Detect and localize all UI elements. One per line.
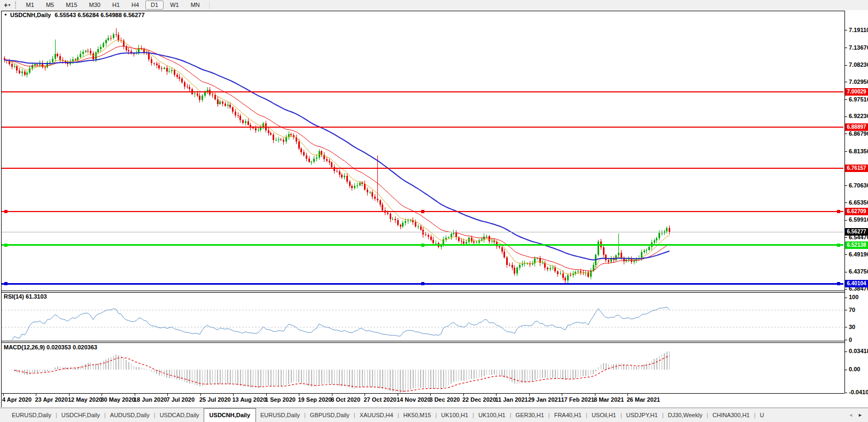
timeframe-button-d1[interactable]: D1 [145, 1, 164, 10]
date-axis-label: 13 Aug 2020 [232, 396, 267, 403]
date-axis-label: 17 Feb 2021 [561, 396, 594, 403]
date-axis-label: 19 Sep 2020 [298, 396, 332, 403]
price-axis-label: 6.81350 [849, 148, 868, 154]
tab-xauusd-h4[interactable]: XAUUSD,H4 [355, 408, 398, 422]
date-axis-label: 25 Jul 2020 [199, 396, 231, 403]
price-axis-label: 6.43750 [849, 268, 868, 275]
rsi-axis-label: 70 [849, 307, 855, 313]
hline-price-tag: 6.88897 [845, 123, 868, 131]
tab-u[interactable]: U [756, 408, 769, 422]
panel-frame [1, 11, 844, 407]
tab-eurusd-daily[interactable]: EURUSD,Daily [7, 408, 56, 422]
toolbar: + ▾ M1M5M15M30H1H4D1W1MN [0, 0, 868, 10]
chart-tabs: EURUSD,Daily|USDCHF,Daily|AUDUSD,Daily|U… [0, 408, 846, 422]
rsi-pane [2, 307, 843, 340]
timeframe-toolbar: M1M5M15M30H1H4D1W1MN [20, 1, 206, 10]
timeframe-button-m30[interactable]: M30 [84, 1, 106, 10]
hline-drag-marker[interactable] [421, 282, 424, 285]
date-axis-label: 4 Apr 2020 [2, 396, 32, 403]
date-axis-label: 29 Jan 2021 [528, 396, 561, 403]
tab-usdcnh-daily[interactable]: USDCNH,Daily [204, 408, 256, 422]
tab-dj30-weekly[interactable]: DJ30,Weekly [664, 408, 707, 422]
rsi-axis-label: 100 [849, 294, 858, 300]
hline-drag-marker[interactable] [421, 210, 424, 213]
tab-scroll-right-icon[interactable]: ► [858, 412, 863, 418]
date-axis-label: 8 Oct 2020 [331, 396, 360, 403]
hline-drag-marker[interactable] [4, 282, 7, 285]
crosshair-tool-icon[interactable]: + [4, 1, 8, 10]
hline-drag-marker[interactable] [837, 282, 840, 285]
toolbar-separator [209, 1, 210, 9]
chart-tab-bar: EURUSD,Daily|USDCHF,Daily|AUDUSD,Daily|U… [0, 408, 868, 422]
date-axis-label: 18 Jun 2020 [134, 396, 167, 403]
hline-drag-marker[interactable] [837, 210, 840, 213]
price-axis-label: 6.65350 [849, 199, 868, 206]
hline-drag-marker[interactable] [837, 244, 840, 247]
price-axis-label: 7.02950 [849, 79, 868, 85]
timeframe-button-w1[interactable]: W1 [165, 1, 184, 10]
tab-scroll-left-icon[interactable]: ◄ [848, 412, 853, 418]
hline-price-tag: 6.76157 [845, 165, 868, 172]
price-axis-label: 6.92230 [849, 113, 868, 119]
tab-gbpusd-daily[interactable]: GBPUSD,Daily [306, 408, 354, 422]
date-axis-label: 12 May 2020 [68, 396, 102, 403]
timeframe-button-h1[interactable]: H1 [107, 1, 125, 10]
date-axis-label: 22 Dec 2020 [462, 396, 496, 403]
tab-uk100-h1[interactable]: UK100,H1 [437, 408, 472, 422]
chart-title: ▼USDCNH,Daily6.55543 6.56284 6.54988 6.5… [4, 12, 145, 18]
hline-price-tag: 7.00029 [845, 88, 868, 96]
price-axis-label: 7.19110 [849, 27, 868, 33]
tab-usdcad-daily[interactable]: USDCAD,Daily [156, 408, 204, 422]
price-axis-label: 6.86790 [849, 130, 868, 137]
tab-usdjpy-h1[interactable]: USDJPY,H1 [622, 408, 662, 422]
timeframe-button-m5[interactable]: M5 [41, 1, 59, 10]
macd-axis-label: -0.041095 [849, 389, 868, 395]
ma-line-50 [4, 53, 670, 260]
macd-axis-label: 0.034184 [849, 348, 868, 354]
tab-usoil-h1[interactable]: USOil,H1 [587, 408, 621, 422]
tab-scroll-arrows: ◄ ► [846, 408, 868, 422]
price-axis-label: 6.59910 [849, 216, 868, 223]
rsi-line [12, 307, 669, 340]
date-axis-label: 3 Dec 2020 [430, 396, 460, 403]
hline-drag-marker[interactable] [421, 244, 424, 247]
moving-average-lines [4, 40, 670, 274]
timeframe-button-mn[interactable]: MN [185, 1, 205, 10]
date-axis-label: 14 Nov 2020 [397, 396, 431, 403]
rsi-axis-label: 0 [849, 337, 852, 343]
tab-china300-h1[interactable]: CHINA300,H1 [708, 408, 754, 422]
hline-drag-marker[interactable] [4, 244, 7, 247]
date-axis-label: 23 Apr 2020 [35, 396, 68, 403]
support-resistance-lines[interactable] [2, 92, 843, 286]
tab-audusd-daily[interactable]: AUDUSD,Daily [106, 408, 154, 422]
tab-hk50-m15[interactable]: HK50,M15 [399, 408, 436, 422]
chart-graphics[interactable] [0, 0, 868, 422]
price-axis-label: 6.49190 [849, 251, 868, 257]
current-price-tag: 6.56277 [845, 228, 868, 236]
chart-symbol-period: USDCNH,Daily [10, 12, 51, 18]
tab-ger30-h1[interactable]: GER30,H1 [511, 408, 548, 422]
date-axis-label: 7 Jul 2020 [167, 396, 195, 403]
ma-line-8 [4, 40, 670, 274]
price-axis-label: 7.13670 [849, 44, 868, 51]
date-axis-label: 11 Jan 2021 [495, 396, 528, 403]
tab-usdchf-daily[interactable]: USDCHF,Daily [57, 408, 104, 422]
tab-fra40-h1[interactable]: FRA40,H1 [550, 408, 586, 422]
timeframe-button-m15[interactable]: M15 [60, 1, 82, 10]
toolbar-grip-handle[interactable] [15, 2, 16, 9]
chart-collapse-caret-icon[interactable]: ▼ [4, 13, 7, 17]
timeframe-button-h4[interactable]: H4 [126, 1, 144, 10]
date-axis-label: 8 Mar 2021 [594, 396, 624, 403]
price-axis-label: 7.08230 [849, 61, 868, 68]
tab-uk100-h1[interactable]: UK100,H1 [474, 408, 510, 422]
hline-price-tag: 6.40104 [845, 280, 868, 287]
macd-pane [10, 351, 670, 393]
macd-axis-label: 0.00 [849, 366, 860, 372]
tool-dropdown-caret-icon[interactable]: ▾ [9, 3, 11, 7]
timeframe-button-m1[interactable]: M1 [21, 1, 40, 10]
tab-eurusd-daily[interactable]: EURUSD,Daily [256, 408, 304, 422]
hline-drag-marker[interactable] [4, 210, 7, 213]
ma-line-20 [4, 46, 670, 271]
date-axis-label: 27 Oct 2020 [364, 396, 397, 403]
hline-price-tag: 6.62709 [845, 208, 868, 215]
